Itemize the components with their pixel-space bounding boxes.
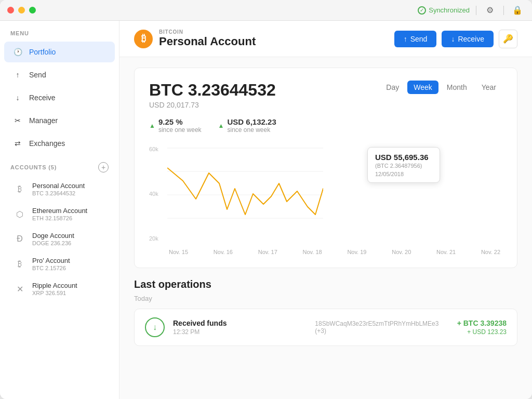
exchanges-icon: ⇄ bbox=[12, 138, 23, 149]
main-panel: ₿ BITCOIN Personal Account ↑ Send ↓ Rece… bbox=[119, 21, 532, 399]
manager-label: Manager bbox=[29, 116, 58, 125]
key-button[interactable]: 🔑 bbox=[499, 30, 517, 48]
eth-account-name: Ethereum Account bbox=[32, 207, 107, 215]
balance-group: BTC 3.23644532 USD 20,017.73 bbox=[149, 81, 276, 109]
account-doge[interactable]: Ð Doge Account DOGE 236.236 bbox=[4, 228, 115, 250]
bitcoin-logo: ₿ bbox=[134, 30, 153, 48]
day-filter[interactable]: Day bbox=[380, 81, 405, 94]
stat-usd: ▲ USD 6,132.23 since one week bbox=[218, 117, 276, 134]
y-label-60k: 60k bbox=[149, 146, 158, 152]
ripple-icon: ✕ bbox=[12, 282, 27, 296]
received-icon: ↓ bbox=[145, 317, 165, 337]
account-name: Personal Account bbox=[32, 182, 107, 190]
receive-icon: ↓ bbox=[12, 92, 23, 103]
receive-arrow-icon: ↓ bbox=[451, 35, 455, 43]
op-amount: + BTC 3.39238 + USD 123.23 bbox=[457, 319, 507, 336]
account-title-text: BITCOIN Personal Account bbox=[159, 29, 256, 48]
accounts-label: ACCOUNTS (5) bbox=[10, 164, 57, 170]
y-label-20k: 20k bbox=[149, 235, 158, 242]
stat-percent-group: 9.25 % since one week bbox=[158, 117, 202, 134]
x-label-nov17: Nov. 17 bbox=[258, 249, 277, 255]
header-actions: ↑ Send ↓ Receive 🔑 bbox=[394, 30, 517, 48]
accounts-section-header: ACCOUNTS (5) + bbox=[0, 155, 119, 177]
menu-label: MENU bbox=[0, 21, 119, 41]
stat-usd-value: USD 6,132.23 bbox=[228, 117, 276, 126]
x-label-nov21: Nov. 21 bbox=[436, 249, 456, 255]
op-details: Received funds 12:32 PM bbox=[173, 319, 307, 336]
sidebar-item-receive[interactable]: ↓ Receive bbox=[4, 87, 115, 108]
sidebar-item-manager[interactable]: ✂ Manager bbox=[4, 110, 115, 131]
sidebar-item-portfolio[interactable]: 🕐 Portfolio bbox=[4, 42, 115, 62]
send-button[interactable]: ↑ Send bbox=[394, 31, 437, 47]
account-personal[interactable]: ₿ Personal Account BTC 3.23644532 bbox=[4, 178, 115, 201]
op-hash: 18SbWCaqM3e23rE5zmTtPRhYmHbLMEe3 (+3) bbox=[315, 320, 448, 335]
op-time: 12:32 PM bbox=[173, 328, 307, 336]
week-filter[interactable]: Week bbox=[407, 81, 438, 94]
portfolio-label: Portfolio bbox=[29, 48, 56, 56]
add-account-button[interactable]: + bbox=[98, 162, 109, 172]
sidebar-item-exchanges[interactable]: ⇄ Exchanges bbox=[4, 133, 115, 154]
coin-label: BITCOIN bbox=[159, 29, 256, 35]
account-title-group: ₿ BITCOIN Personal Account bbox=[134, 29, 256, 48]
chart-area: 60k 40k 20k bbox=[149, 142, 502, 246]
receive-button[interactable]: ↓ Receive bbox=[442, 31, 494, 47]
x-label-nov22: Nov. 22 bbox=[481, 249, 500, 255]
account-ethereum[interactable]: ⬡ Ethereum Account ETH 32.158726 bbox=[4, 203, 115, 225]
btc-icon: ₿ bbox=[12, 182, 27, 196]
account-sub: BTC 3.23644532 bbox=[32, 190, 107, 196]
portfolio-icon: 🕐 bbox=[12, 47, 23, 57]
x-label-nov15: Nov. 15 bbox=[169, 249, 188, 255]
operations-section: Last operations Today ↓ Received funds 1… bbox=[134, 278, 517, 346]
exchanges-label: Exchanges bbox=[29, 139, 65, 148]
account-pro[interactable]: ₿ Pro' Account BTC 2.15726 bbox=[4, 252, 115, 275]
receive-label: Receive bbox=[29, 94, 56, 102]
grid-lines bbox=[167, 142, 323, 220]
send-arrow-icon: ↑ bbox=[404, 35, 407, 43]
x-label-nov18: Nov. 18 bbox=[303, 249, 322, 255]
sync-check-icon: ✓ bbox=[418, 6, 426, 15]
title-bar: ✓ Synchronized ⚙ 🔒 bbox=[0, 0, 532, 21]
operation-item[interactable]: ↓ Received funds 12:32 PM 18SbWCaqM3e23r… bbox=[134, 309, 517, 346]
chart-stats: ▲ 9.25 % since one week ▲ USD 6,132.23 s… bbox=[149, 117, 502, 134]
pro-account-sub: BTC 2.15726 bbox=[32, 265, 107, 271]
maximize-button[interactable] bbox=[29, 7, 36, 14]
tooltip-btc: (BTC 2.36487956) bbox=[375, 163, 432, 169]
stat-percent-label: since one week bbox=[158, 126, 202, 134]
year-filter[interactable]: Year bbox=[475, 81, 502, 94]
pro-icon: ₿ bbox=[12, 257, 27, 271]
divider bbox=[476, 6, 476, 15]
sidebar-item-send[interactable]: ↑ Send bbox=[4, 64, 115, 85]
pro-account-name: Pro' Account bbox=[32, 257, 107, 264]
doge-account-name: Doge Account bbox=[32, 232, 107, 240]
sync-label: Synchronized bbox=[429, 6, 470, 14]
op-name: Received funds bbox=[173, 319, 307, 327]
settings-icon[interactable]: ⚙ bbox=[483, 3, 497, 18]
op-btc-amount: + BTC 3.39238 bbox=[457, 319, 507, 327]
ripple-account-sub: XRP 326.591 bbox=[32, 290, 107, 296]
stat-usd-label: since one week bbox=[228, 126, 276, 134]
x-labels: Nov. 15 Nov. 16 Nov. 17 Nov. 18 Nov. 19 … bbox=[149, 249, 502, 255]
account-info: Personal Account BTC 3.23644532 bbox=[32, 182, 107, 196]
account-ripple[interactable]: ✕ Ripple Account XRP 326.591 bbox=[4, 277, 115, 300]
doge-account-sub: DOGE 236.236 bbox=[32, 240, 107, 246]
close-button[interactable] bbox=[7, 7, 14, 14]
balance-btc: BTC 3.23644532 bbox=[149, 81, 276, 100]
manager-icon: ✂ bbox=[12, 115, 23, 126]
account-title-name: Personal Account bbox=[159, 35, 256, 48]
account-info-eth: Ethereum Account ETH 32.158726 bbox=[32, 207, 107, 221]
ops-title: Last operations bbox=[134, 278, 517, 290]
stat-percent-value: 9.25 % bbox=[158, 117, 202, 126]
sync-badge: ✓ Synchronized bbox=[418, 6, 470, 15]
account-info-ripple: Ripple Account XRP 326.591 bbox=[32, 282, 107, 296]
title-bar-right: ✓ Synchronized ⚙ 🔒 bbox=[418, 3, 525, 18]
month-filter[interactable]: Month bbox=[441, 81, 473, 94]
minimize-button[interactable] bbox=[18, 7, 25, 14]
chart-tooltip: USD 55,695.36 (BTC 2.36487956) 12/05/201… bbox=[367, 147, 440, 183]
chart-section: BTC 3.23644532 USD 20,017.73 Day Week Mo… bbox=[134, 68, 517, 268]
arrow-up-icon2: ▲ bbox=[218, 122, 224, 129]
receive-btn-label: Receive bbox=[458, 35, 484, 43]
lock-icon[interactable]: 🔒 bbox=[510, 3, 525, 18]
x-label-nov19: Nov. 19 bbox=[347, 249, 366, 255]
ripple-account-name: Ripple Account bbox=[32, 282, 107, 289]
account-info-doge: Doge Account DOGE 236.236 bbox=[32, 232, 107, 246]
